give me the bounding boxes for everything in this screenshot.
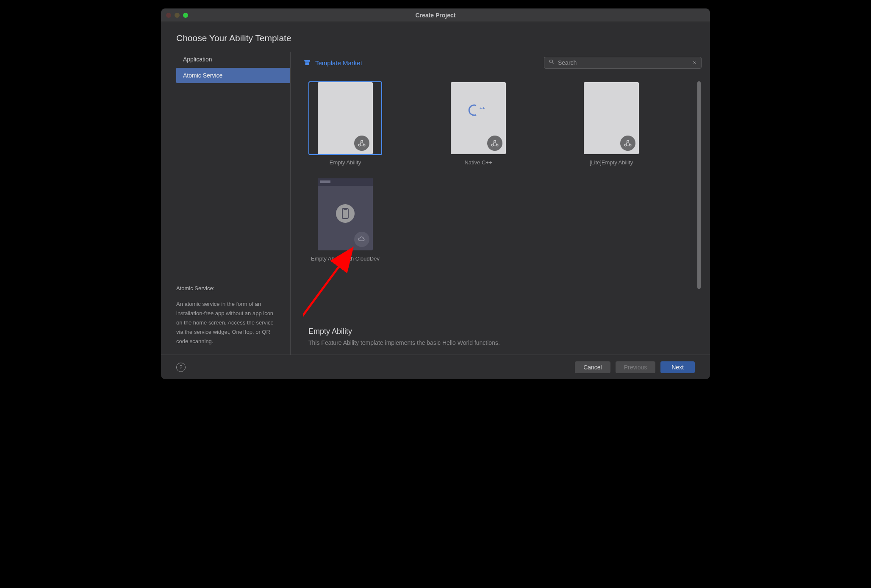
template-lite-empty-ability[interactable]: [Lite]Empty Ability xyxy=(574,81,648,166)
svg-line-1 xyxy=(552,63,554,64)
thumbnail-image xyxy=(318,178,373,250)
svg-point-0 xyxy=(549,60,552,63)
template-native-cpp[interactable]: ++ Native C++ xyxy=(441,81,515,166)
project-wizard-window: Create Project Choose Your Ability Templ… xyxy=(161,8,710,379)
template-market-link[interactable]: Template Market xyxy=(303,59,362,67)
svg-point-12 xyxy=(624,144,627,146)
templates-grid: Empty Ability ++ xyxy=(303,81,702,262)
clear-search-icon[interactable] xyxy=(692,59,697,67)
template-detail: Empty Ability This Feature Ability templ… xyxy=(303,324,702,355)
svg-point-9 xyxy=(491,144,494,146)
footer-buttons: Cancel Previous Next xyxy=(575,361,695,373)
thumbnail-image xyxy=(584,82,639,154)
template-empty-ability-clouddev[interactable]: Empty Ability with CloudDev xyxy=(308,178,382,262)
cpp-icon: ++ xyxy=(468,104,489,118)
maximize-window-button[interactable] xyxy=(183,13,188,18)
category-list: Application Atomic Service xyxy=(161,52,290,284)
sidebar-item-application[interactable]: Application xyxy=(176,52,290,67)
atom-badge-icon xyxy=(487,136,502,151)
search-input[interactable] xyxy=(558,59,688,66)
help-icon: ? xyxy=(179,364,182,370)
cancel-button[interactable]: Cancel xyxy=(575,361,610,373)
template-label: Empty Ability xyxy=(330,159,361,166)
content-area: Application Atomic Service Atomic Servic… xyxy=(161,52,710,355)
sidebar-item-atomic-service[interactable]: Atomic Service xyxy=(176,68,290,83)
search-icon xyxy=(549,59,555,67)
footer: ? Cancel Previous Next xyxy=(161,355,710,379)
svg-point-14 xyxy=(336,204,355,223)
window-title: Create Project xyxy=(416,12,456,19)
templates-area: Empty Ability ++ xyxy=(303,74,702,324)
atom-badge-icon xyxy=(620,136,635,151)
svg-point-13 xyxy=(629,144,631,146)
scrollbar[interactable] xyxy=(697,81,701,289)
sidebar-item-label: Atomic Service xyxy=(183,72,222,79)
thumbnail-image: ++ xyxy=(451,82,506,154)
template-thumbnail xyxy=(574,81,648,155)
close-window-button[interactable] xyxy=(166,13,171,18)
next-button[interactable]: Next xyxy=(660,361,695,373)
template-thumbnail xyxy=(308,81,382,155)
phone-icon xyxy=(336,204,355,225)
help-button[interactable]: ? xyxy=(176,363,186,372)
category-description: Atomic Service: An atomic service in the… xyxy=(161,284,290,355)
svg-point-10 xyxy=(496,144,498,146)
svg-point-4 xyxy=(361,140,363,142)
sidebar-item-label: Application xyxy=(183,56,212,63)
svg-text:++: ++ xyxy=(480,105,485,111)
detail-title: Empty Ability xyxy=(308,327,702,336)
template-label: Native C++ xyxy=(464,159,492,166)
store-icon xyxy=(303,59,311,67)
thumbnail-image xyxy=(318,82,373,154)
svg-point-6 xyxy=(363,144,365,146)
svg-point-8 xyxy=(494,140,496,142)
template-market-label: Template Market xyxy=(315,59,362,67)
search-field-wrap[interactable] xyxy=(544,57,702,69)
svg-rect-16 xyxy=(344,209,347,210)
sidebar: Application Atomic Service Atomic Servic… xyxy=(161,52,291,355)
main-header: Template Market xyxy=(303,52,702,74)
main-panel: Template Market xyxy=(291,52,710,355)
page-title: Choose Your Ability Template xyxy=(161,22,710,52)
svg-point-11 xyxy=(627,140,629,142)
template-thumbnail xyxy=(308,178,382,251)
window-controls xyxy=(161,13,188,18)
template-label: [Lite]Empty Ability xyxy=(590,159,633,166)
svg-line-18 xyxy=(303,252,350,324)
titlebar: Create Project xyxy=(161,8,710,22)
template-thumbnail: ++ xyxy=(441,81,515,155)
previous-button[interactable]: Previous xyxy=(616,361,655,373)
description-body: An atomic service in the form of an inst… xyxy=(176,300,275,346)
minimize-window-button[interactable] xyxy=(175,13,180,18)
template-label: Empty Ability with CloudDev xyxy=(311,255,380,262)
description-heading: Atomic Service: xyxy=(176,284,275,293)
detail-description: This Feature Ability template implements… xyxy=(308,339,702,346)
template-empty-ability[interactable]: Empty Ability xyxy=(308,81,382,166)
svg-point-5 xyxy=(358,144,361,146)
atom-badge-icon xyxy=(354,136,369,151)
cloud-badge-icon xyxy=(354,232,369,247)
